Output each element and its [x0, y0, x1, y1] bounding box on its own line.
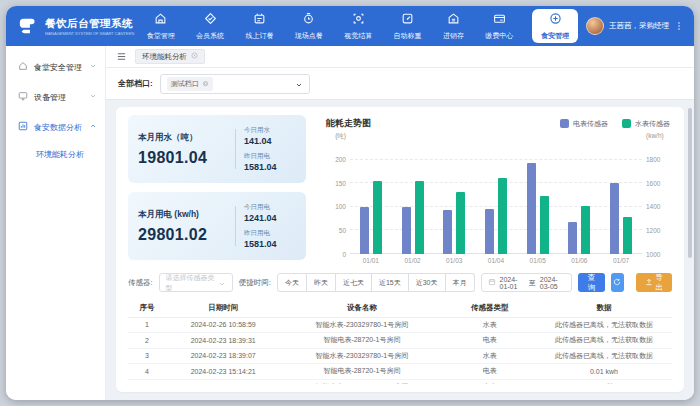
quick-time-2[interactable]: 昨天 [307, 273, 336, 292]
vertical-scrollbar-thumb[interactable] [688, 108, 692, 258]
search-button[interactable]: 查询 [578, 273, 605, 292]
table-cell: 智能水表-230329780-1号房间 [280, 379, 443, 384]
chart-plot [350, 136, 642, 254]
table-cell: 水表 [444, 379, 536, 384]
table-cell: 2024-02-23 15:14:21 [166, 364, 280, 380]
bar-group-01/07 [610, 183, 632, 254]
home-icon [18, 61, 28, 73]
nav-item-2[interactable]: 会员系统 [196, 11, 224, 41]
divider [235, 129, 236, 169]
content-panel: 本月用水（吨）19801.04今日用水141.04昨日用电1581.04本月用电… [116, 107, 684, 392]
analysis-icon [18, 121, 28, 133]
nav-item-label: 食安管理 [541, 31, 569, 41]
table-row: 32024-02-23 18:39:07智能水表-230329780-1号房间水… [128, 348, 672, 364]
stat-value: 29801.02 [138, 226, 227, 244]
hamburger-icon[interactable] [116, 48, 127, 66]
table-cell: 3 [128, 348, 166, 364]
sensor-label: 传感器: [128, 278, 153, 288]
x-axis: 01/0101/0201/0301/0401/0501/0601/07 [320, 257, 672, 264]
legend-item-water[interactable]: 水表传感器 [622, 119, 670, 129]
nav-item-3[interactable]: 线上订餐 [245, 11, 273, 41]
electric-bar [402, 207, 411, 254]
table-cell: 0.01 kwh [536, 364, 672, 380]
table-cell: 2024-02-26 10:58:59 [166, 317, 280, 333]
sensor-placeholder: 请选择传感器类型 [166, 273, 218, 293]
sidebar-item-1[interactable]: 食堂安全管理 [6, 52, 105, 82]
right-tick: 1400 [646, 203, 660, 210]
close-icon[interactable] [191, 52, 198, 61]
table-cell: 5 [128, 379, 166, 384]
left-tick: 200 [335, 156, 346, 163]
date-range-picker[interactable]: 2024-01-01 至 2024-03-05 [481, 273, 573, 292]
right-tick: 1000 [646, 251, 660, 258]
nav-item-label: 现场点餐 [295, 31, 323, 41]
tag-remove-icon[interactable] [202, 80, 209, 88]
calendar-icon [488, 278, 496, 287]
nav-item-food-safety-active[interactable]: 食安管理 [532, 9, 578, 43]
table-header-row: 序号日期时间设备名称传感器类型数据 [128, 300, 672, 317]
divider [235, 206, 236, 246]
nav-item-8[interactable]: 缴费中心 [485, 11, 513, 41]
quick-time-1[interactable]: 今天 [277, 273, 307, 292]
right-axis-unit: (kw/h) [646, 132, 664, 139]
left-tick: 0 [342, 251, 346, 258]
top-header: 餐饮后台管理系统 MANAGEMENT SYSTEM OF SMART CANT… [6, 6, 694, 46]
water-bar [456, 192, 465, 254]
export-button[interactable]: 导出 [636, 273, 673, 292]
nav-item-4[interactable]: 现场点餐 [295, 11, 323, 41]
table-cell: 智能电表-28720-1号房间 [280, 364, 443, 380]
main-area: 环境能耗分析 全部档口: 测试档口 [106, 46, 694, 400]
date-end: 2024-03-05 [540, 276, 565, 290]
app-window: 餐饮后台管理系统 MANAGEMENT SYSTEM OF SMART CANT… [6, 6, 694, 400]
sidebar-item-2[interactable]: 设备管理 [6, 82, 105, 112]
stat-cards: 本月用水（吨）19801.04今日用水141.04昨日用电1581.04本月用电… [128, 115, 306, 264]
member-icon [204, 11, 217, 29]
more-dots-icon[interactable] [674, 17, 684, 35]
legend-item-electric[interactable]: 电表传感器 [560, 119, 608, 129]
bar-group-01/06 [568, 206, 590, 254]
quick-time-buttons: 今天昨天近七天近15天近30天本月 [277, 273, 475, 292]
vision-checkout-icon [352, 11, 365, 29]
quick-time-5[interactable]: 近30天 [409, 273, 446, 292]
top-nav: 食堂管理会员系统线上订餐现场点餐视觉结算自动称重进销存缴费中心 [136, 11, 524, 41]
electric-bar [443, 210, 452, 254]
nav-item-5[interactable]: 视觉结算 [344, 11, 372, 41]
legend-label: 电表传感器 [573, 119, 608, 129]
refresh-button[interactable] [611, 273, 624, 292]
canteen-icon [154, 11, 167, 29]
table-header-cell: 传感器类型 [444, 300, 536, 317]
sensor-type-select[interactable]: 请选择传感器类型 [159, 273, 233, 292]
water-bar [415, 181, 424, 254]
nav-item-label: 会员系统 [196, 31, 224, 41]
table-cell: 此传感器已离线，无法获取数据 [536, 348, 672, 364]
chart-legend: 电表传感器水表传感器 [560, 119, 670, 129]
data-table-wrap: 序号日期时间设备名称传感器类型数据 12024-02-26 10:58:59智能… [128, 300, 672, 384]
legend-swatch [622, 119, 631, 128]
nav-item-1[interactable]: 食堂管理 [147, 11, 175, 41]
table-row: 52024-02-23 15:13:25智能水表-230329780-1号房间水… [128, 379, 672, 384]
table-cell: 水表 [444, 317, 536, 333]
app-title: 餐饮后台管理系统 [45, 17, 144, 31]
stat-sub: 今日用水141.04 [244, 126, 296, 146]
table-row: 12024-02-26 10:58:59智能水表-230329780-1号房间水… [128, 317, 672, 333]
stall-select[interactable]: 测试档口 [160, 74, 310, 94]
content-area: 本月用水（吨）19801.04今日用水141.04昨日用电1581.04本月用电… [106, 100, 694, 400]
stat-sub: 今日用电1241.04 [244, 203, 296, 223]
app-subtitle: MANAGEMENT SYSTEM OF SMART CANTEEN [45, 31, 134, 36]
quick-time-6[interactable]: 本月 [446, 273, 475, 292]
date-separator: 至 [529, 278, 536, 288]
page-tab-env-energy[interactable]: 环境能耗分析 [135, 49, 205, 64]
quick-time-3[interactable]: 近七天 [336, 273, 372, 292]
app-logo: 餐饮后台管理系统 MANAGEMENT SYSTEM OF SMART CANT… [18, 15, 136, 37]
x-tick-label: 01/04 [488, 257, 504, 264]
table-cell: 智能电表-28720-1号房间 [280, 333, 443, 349]
x-tick-label: 01/06 [571, 257, 587, 264]
nav-item-7[interactable]: 进销存 [443, 11, 464, 41]
sidebar-subitem-env-energy[interactable]: 环境能耗分析 [6, 142, 105, 166]
nav-item-label: 自动称重 [394, 31, 422, 41]
table-cell: 电表 [444, 333, 536, 349]
user-menu[interactable]: 王茜茜，采购经理 [586, 17, 686, 35]
nav-item-6[interactable]: 自动称重 [394, 11, 422, 41]
sidebar-item-3[interactable]: 食安数据分析 [6, 112, 105, 142]
quick-time-4[interactable]: 近15天 [372, 273, 409, 292]
